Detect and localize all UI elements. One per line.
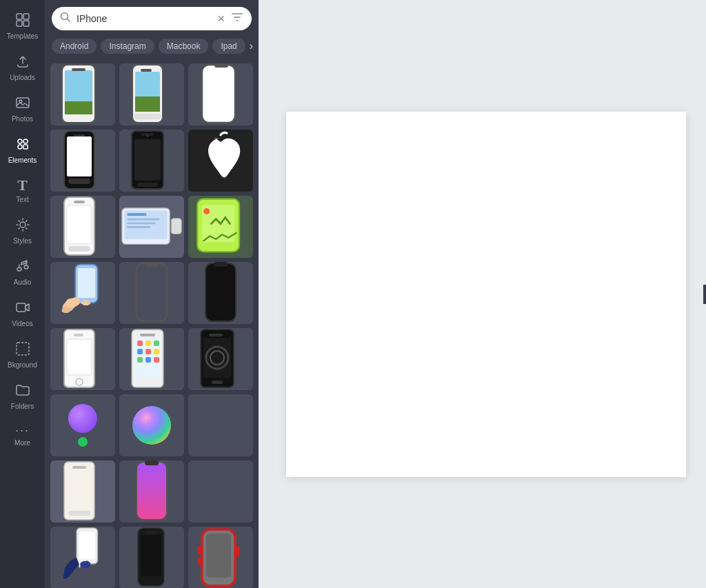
svg-rect-55 (205, 263, 236, 321)
svg-rect-71 (145, 357, 151, 363)
sidebar-item-more[interactable]: ··· More (0, 417, 45, 454)
result-item-7[interactable] (50, 196, 115, 258)
svg-rect-4 (17, 98, 29, 108)
result-item-11[interactable] (119, 262, 184, 324)
tag-android[interactable]: Android (52, 39, 97, 54)
svg-rect-86 (79, 531, 95, 559)
sidebar-item-templates[interactable]: Templates (0, 6, 45, 47)
result-item-rainbow-sphere[interactable] (119, 394, 184, 456)
grid-row-3 (50, 196, 253, 258)
svg-rect-38 (67, 205, 92, 244)
grid-row-2 (50, 130, 253, 192)
svg-rect-87 (79, 559, 81, 568)
result-item-apple-phone[interactable] (50, 460, 115, 523)
svg-rect-18 (65, 101, 92, 114)
uploads-icon (15, 54, 30, 71)
svg-rect-27 (205, 70, 232, 114)
svg-rect-94 (198, 546, 202, 554)
sidebar-item-text[interactable]: T Text (0, 171, 45, 210)
sidebar-item-styles[interactable]: Styles (0, 210, 45, 252)
result-item-13[interactable] (50, 328, 115, 390)
result-item-apple-logo[interactable] (188, 130, 253, 192)
svg-rect-45 (127, 219, 159, 221)
result-item-1[interactable] (50, 63, 115, 125)
svg-rect-53 (137, 263, 167, 321)
svg-rect-89 (141, 535, 161, 576)
tag-ipad[interactable]: Ipad (212, 39, 245, 54)
result-item-9[interactable] (188, 196, 253, 258)
svg-rect-31 (68, 179, 90, 184)
result-item-empty[interactable] (188, 394, 253, 456)
svg-rect-46 (127, 222, 155, 224)
tag-instagram[interactable]: Instagram (101, 39, 154, 54)
svg-rect-66 (154, 341, 159, 346)
sidebar-item-label: Bkground (8, 361, 37, 369)
canvas-area (259, 0, 706, 588)
sidebar-item-elements[interactable]: Elements (0, 130, 45, 171)
svg-rect-54 (145, 262, 159, 267)
grid-row-5 (50, 328, 253, 390)
result-item-10[interactable] (50, 262, 115, 324)
result-item-4[interactable] (50, 130, 115, 192)
result-item-12[interactable] (188, 262, 253, 324)
result-item-17[interactable] (188, 460, 253, 523)
clear-icon[interactable]: ✕ (217, 13, 225, 24)
sidebar-item-photos[interactable]: Photos (0, 88, 45, 130)
svg-rect-93 (235, 546, 239, 557)
sidebar-item-folders[interactable]: Folders (0, 376, 45, 417)
grid-row-7 (50, 460, 253, 523)
svg-rect-81 (72, 466, 86, 469)
result-item-gradient-phone[interactable] (119, 460, 184, 523)
svg-rect-68 (145, 349, 151, 354)
svg-rect-2 (17, 21, 22, 26)
sidebar-item-label: Styles (13, 237, 32, 245)
sidebar-item-audio[interactable]: Audio (0, 252, 45, 293)
result-item-5[interactable] (119, 130, 184, 192)
svg-rect-30 (74, 134, 85, 136)
svg-rect-3 (23, 21, 29, 26)
result-item-15[interactable] (188, 328, 253, 390)
background-icon (15, 341, 30, 358)
result-item-red-case[interactable] (188, 527, 253, 588)
tags-next-arrow[interactable]: › (250, 40, 253, 52)
svg-point-36 (146, 134, 149, 137)
styles-icon (15, 217, 30, 234)
svg-rect-47 (127, 226, 150, 228)
audio-icon (15, 258, 30, 276)
search-input[interactable] (77, 13, 212, 24)
result-item-8[interactable] (119, 196, 184, 258)
result-item-dark-slim[interactable] (119, 527, 184, 588)
svg-rect-82 (68, 511, 90, 516)
sidebar-item-label: Audio (14, 278, 32, 286)
photos-icon (15, 95, 30, 112)
green-dot (78, 437, 88, 447)
svg-rect-14 (17, 343, 29, 355)
svg-rect-13 (17, 303, 26, 312)
sidebar-item-label: Text (16, 196, 28, 203)
svg-rect-56 (214, 262, 228, 267)
result-item-hand-phone[interactable] (50, 527, 115, 588)
filter-icon[interactable] (231, 11, 243, 26)
svg-rect-0 (17, 14, 22, 19)
grid-row-4 (50, 262, 253, 324)
result-item-3[interactable] (188, 63, 253, 125)
result-item-spheres[interactable] (50, 394, 115, 456)
svg-rect-63 (140, 334, 155, 336)
result-item-2[interactable] (119, 63, 184, 125)
svg-rect-35 (137, 183, 158, 187)
result-item-14[interactable] (119, 328, 184, 390)
svg-rect-77 (209, 334, 223, 336)
sidebar-item-uploads[interactable]: Uploads (0, 47, 45, 88)
tag-macbook[interactable]: Macbook (159, 39, 209, 54)
svg-rect-58 (67, 339, 92, 375)
sidebar-item-label: Uploads (10, 74, 35, 81)
search-bar: ✕ (45, 0, 259, 36)
sidebar-item-label: Photos (12, 115, 33, 123)
svg-rect-24 (134, 114, 161, 119)
svg-point-8 (18, 145, 22, 149)
search-results-grid (45, 59, 259, 588)
purple-sphere (68, 404, 97, 433)
svg-rect-67 (137, 349, 143, 354)
sidebar-item-background[interactable]: Bkground (0, 334, 45, 376)
sidebar-item-videos[interactable]: Videos (0, 293, 45, 334)
